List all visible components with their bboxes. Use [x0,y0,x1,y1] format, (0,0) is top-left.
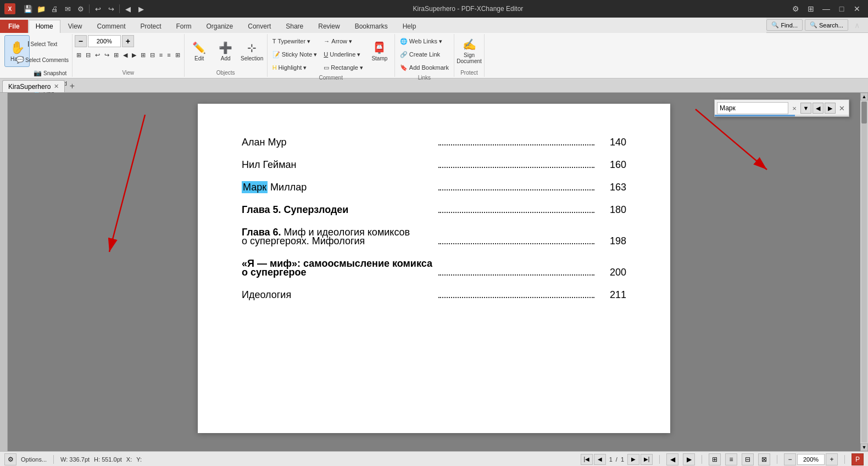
email-button[interactable]: ✉ [62,3,74,15]
tab-organize[interactable]: Organize [199,20,241,33]
search-close-button[interactable]: × [789,103,799,113]
find-button[interactable]: 🔍 Find... [766,19,803,31]
zoom-out-button[interactable]: − [75,35,87,47]
pdf-search-input[interactable] [717,102,788,114]
add-bookmark-button[interactable]: 🔖 Add Bookmark [397,61,452,74]
tab-review[interactable]: Review [311,20,347,33]
entry-dots [438,297,594,298]
right-scrollbar[interactable]: ▲ ▼ [860,93,868,451]
redo-button[interactable]: ↪ [105,3,117,15]
entry-page-num: 140 [599,137,626,148]
options-button[interactable]: ⚙ [4,453,16,465]
tab-comment[interactable]: Comment [90,20,132,33]
edit-button[interactable]: ✏️ Edit [187,35,212,67]
tab-convert[interactable]: Convert [241,20,278,33]
forward-button[interactable]: ▶ [135,3,147,15]
zoom-out-status-button[interactable]: − [784,453,796,465]
close-button[interactable]: ✕ [850,2,864,15]
comment-left-col: T Typewriter ▾ 📝 Sticky Note ▾ H Highlig… [270,35,320,74]
continuous-page-button[interactable]: ≡ [725,453,737,465]
last-page-button[interactable]: ▶| [641,454,653,465]
left-scrollbar[interactable] [0,93,8,451]
sticky-note-button[interactable]: 📝 Sticky Note ▾ [270,48,320,60]
add-button[interactable]: ➕ Add [213,35,238,67]
page-navigation: |◀ ◀ 1 / 1 ▶ ▶| [581,454,653,465]
stamp-button[interactable]: 📮 Stamp [367,35,392,67]
scroll-down-button[interactable]: ▼ [860,443,868,451]
search-panel-close-button[interactable]: ✕ [837,103,847,113]
select-comments-button[interactable]: 💬 Select Comments [31,52,54,68]
doc-tab-close-icon[interactable]: ✕ [54,83,59,90]
pdf-page: Алан Мур 140 Нил Гейман 160 Марк Миллар … [198,104,670,433]
view-btn-10[interactable]: ≡ [158,49,164,61]
select-comments-icon: 💬 [16,56,24,64]
ribbon-collapse-button[interactable]: ∧ [850,19,864,32]
tab-bookmarks[interactable]: Bookmarks [348,20,395,33]
single-page-button[interactable]: ⊞ [709,453,721,465]
tab-form[interactable]: Form [169,20,199,33]
add-tab-button[interactable]: + [66,80,78,92]
view-btn-9[interactable]: ⊟ [148,49,157,61]
pdf-container[interactable]: Алан Мур 140 Нил Гейман 160 Марк Миллар … [8,93,860,451]
typewriter-button[interactable]: T Typewriter ▾ [270,35,320,47]
web-links-button[interactable]: 🌐 Web Links ▾ [397,35,445,47]
sticky-note-icon: 📝 [272,51,280,58]
pdf-view-button[interactable]: P [852,453,864,465]
settings-button[interactable]: ⚙ [75,3,87,15]
width-label: W: 336.7pt [60,456,90,463]
view-btn-12[interactable]: ⊞ [174,49,182,61]
view-btn-3[interactable]: ↩ [93,49,102,61]
tab-view[interactable]: View [61,20,90,33]
scroll-up-button[interactable]: ▲ [860,93,868,100]
zoom-input[interactable] [88,35,121,47]
tab-help[interactable]: Help [396,20,424,33]
zoom-in-status-button[interactable]: + [826,453,838,465]
document-tab-kirasuperhero[interactable]: KiraSuperhero ✕ [2,80,65,92]
maximize-button[interactable]: □ [835,2,848,15]
layout-button[interactable]: ⊞ [804,2,817,15]
view-btn-2[interactable]: ⊟ [84,49,92,61]
forward-nav-button[interactable]: ▶ [683,453,695,465]
back-button[interactable]: ◀ [122,3,134,15]
scroll-thumb[interactable] [861,102,867,123]
zoom-in-button[interactable]: + [122,35,134,47]
tab-protect[interactable]: Protect [133,20,169,33]
two-page-button[interactable]: ⊟ [742,453,754,465]
minimize-button[interactable]: — [820,2,833,15]
rectangle-button[interactable]: ▭ Rectangle ▾ [321,61,366,74]
view-btn-7[interactable]: ▶ [130,49,138,61]
prev-page-button[interactable]: ◀ [594,454,606,465]
undo-button[interactable]: ↩ [92,3,104,15]
arrow-button[interactable]: → Arrow ▾ [321,35,366,47]
add-icon: ➕ [219,41,232,54]
search-button[interactable]: 🔍 Search... [805,19,848,31]
view-btn-4[interactable]: ↪ [103,49,111,61]
back-nav-button[interactable]: ◀ [666,453,678,465]
highlight-button[interactable]: H Highlight ▾ [270,61,320,74]
snapshot-button[interactable]: 📷 Snapshot [31,68,70,78]
tab-share[interactable]: Share [279,20,310,33]
view-btn-1[interactable]: ⊞ [75,49,83,61]
create-link-button[interactable]: 🔗 Create Link [397,48,443,60]
view-btn-8[interactable]: ⊞ [139,49,147,61]
select-text-button[interactable]: I Select Text [31,36,54,52]
two-page-cont-button[interactable]: ⊠ [758,453,770,465]
print-button[interactable]: 🖨 [48,3,60,15]
sign-document-button[interactable]: ✍ Sign Document [457,35,482,67]
tab-home[interactable]: Home [29,20,60,33]
view-btn-6[interactable]: ◀ [121,49,129,61]
selection-button[interactable]: ⊹ Selection [240,35,265,67]
search-prev-button[interactable]: ◀ [813,103,824,114]
search-filter-button[interactable]: ▼ [800,103,811,114]
view-btn-11[interactable]: ≡ [165,49,172,61]
search-next-button[interactable]: ▶ [825,103,836,114]
next-page-button[interactable]: ▶ [627,454,639,465]
save-button[interactable]: 💾 [22,3,34,15]
open-button[interactable]: 📁 [35,3,47,15]
underline-button[interactable]: U Underline ▾ [321,48,366,60]
zoom-status-input[interactable] [797,454,825,465]
window-settings-button[interactable]: ⚙ [789,2,802,15]
first-page-button[interactable]: |◀ [581,454,593,465]
view-btn-5[interactable]: ⊞ [112,49,120,61]
tab-file[interactable]: File [0,20,28,33]
